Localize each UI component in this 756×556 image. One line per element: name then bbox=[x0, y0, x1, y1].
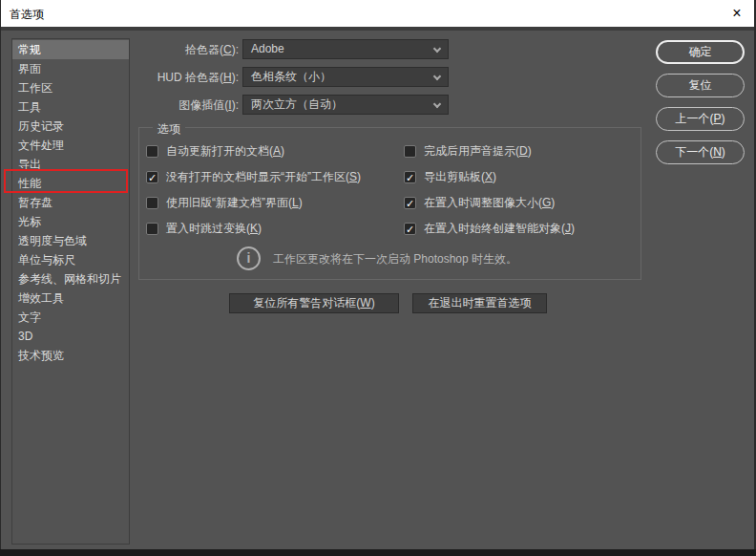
preferences-dialog: 首选项 × 常规 界面 工作区 工具 历史记录 文件处理 导出 性能 暂存盘 光… bbox=[0, 0, 756, 556]
title-bar: 首选项 × bbox=[0, 0, 756, 27]
option-legacy-new-document[interactable]: 使用旧版“新建文档”界面(L) bbox=[146, 195, 303, 210]
window-bottom-edge bbox=[0, 549, 756, 556]
option-always-create-smart-objects[interactable]: ✓ 在置入时始终创建智能对象(J) bbox=[404, 221, 575, 236]
color-picker-select[interactable]: Adobe bbox=[242, 39, 449, 59]
option-beep-when-done[interactable]: 完成后用声音提示(D) bbox=[404, 143, 532, 159]
options-group-title: 选项 bbox=[153, 121, 185, 138]
chevron-down-icon bbox=[433, 100, 441, 108]
option-label: 导出剪贴板(X) bbox=[424, 169, 496, 185]
option-label: 没有打开的文档时显示“开始”工作区(S) bbox=[166, 169, 361, 185]
option-show-start-workspace[interactable]: ✓ 没有打开的文档时显示“开始”工作区(S) bbox=[146, 169, 361, 184]
sidebar-item-cursors[interactable]: 光标 bbox=[12, 212, 129, 231]
sidebar-item-transparency-gamut[interactable]: 透明度与色域 bbox=[12, 231, 129, 250]
window-left-edge bbox=[0, 0, 1, 556]
image-interpolation-select[interactable]: 两次立方（自动） bbox=[242, 95, 449, 115]
dialog-title: 首选项 bbox=[10, 7, 44, 23]
category-list: 常规 界面 工作区 工具 历史记录 文件处理 导出 性能 暂存盘 光标 透明度与… bbox=[11, 38, 130, 545]
option-resize-image-during-place[interactable]: ✓ 在置入时调整图像大小(G) bbox=[404, 195, 555, 210]
hud-color-picker-value: 色相条纹（小） bbox=[251, 70, 331, 83]
checkbox-icon[interactable]: ✓ bbox=[146, 171, 158, 183]
sidebar-item-guides-grid-slices[interactable]: 参考线、网格和切片 bbox=[12, 269, 129, 289]
reset-preferences-on-quit-button[interactable]: 在退出时重置首选项 bbox=[412, 293, 547, 313]
sidebar-item-3d[interactable]: 3D bbox=[12, 327, 129, 346]
option-skip-transform-when-placing[interactable]: 置入时跳过变换(K) bbox=[146, 221, 262, 236]
sidebar-item-scratch-disks[interactable]: 暂存盘 bbox=[12, 193, 129, 212]
chevron-down-icon bbox=[433, 73, 441, 80]
titlebar-divider bbox=[0, 27, 756, 31]
chevron-down-icon bbox=[433, 45, 441, 53]
reset-all-warning-dialogs-button[interactable]: 复位所有警告对话框(W) bbox=[229, 293, 399, 313]
sidebar-item-plugins[interactable]: 增效工具 bbox=[12, 289, 129, 308]
checkbox-icon[interactable]: ✓ bbox=[404, 223, 416, 235]
hud-color-picker-select[interactable]: 色相条纹（小） bbox=[242, 67, 449, 87]
annotation-box-performance bbox=[4, 169, 128, 193]
sidebar-item-general[interactable]: 常规 bbox=[12, 40, 129, 59]
workspace-restart-note: 工作区更改将在下一次启动 Photoshop 时生效。 bbox=[273, 251, 517, 267]
checkbox-icon[interactable] bbox=[146, 223, 158, 235]
checkbox-icon[interactable] bbox=[146, 145, 158, 158]
checkbox-icon[interactable] bbox=[404, 145, 416, 158]
option-label: 置入时跳过变换(K) bbox=[166, 221, 262, 237]
color-picker-label: 拾色器(C): bbox=[134, 43, 239, 56]
option-label: 在置入时调整图像大小(G) bbox=[424, 195, 555, 211]
previous-button[interactable]: 上一个(P) bbox=[656, 107, 745, 131]
option-label: 自动更新打开的文档(A) bbox=[166, 143, 284, 160]
close-icon[interactable]: × bbox=[725, 3, 748, 24]
option-label: 完成后用声音提示(D) bbox=[424, 143, 532, 160]
ok-button[interactable]: 确定 bbox=[656, 40, 745, 64]
info-icon: i bbox=[237, 246, 261, 270]
image-interpolation-label: 图像插值(I): bbox=[134, 98, 239, 112]
sidebar-item-units-rulers[interactable]: 单位与标尺 bbox=[12, 250, 129, 269]
option-label: 使用旧版“新建文档”界面(L) bbox=[166, 195, 303, 211]
checkbox-icon[interactable] bbox=[146, 197, 158, 209]
hud-color-picker-label: HUD 拾色器(H): bbox=[134, 71, 239, 84]
option-label: 在置入时始终创建智能对象(J) bbox=[424, 221, 575, 237]
next-button[interactable]: 下一个(N) bbox=[656, 140, 745, 164]
sidebar-item-file-handling[interactable]: 文件处理 bbox=[12, 136, 129, 155]
color-picker-value: Adobe bbox=[251, 42, 284, 55]
sidebar-item-interface[interactable]: 界面 bbox=[12, 59, 129, 78]
image-interpolation-value: 两次立方（自动） bbox=[251, 97, 343, 111]
sidebar-item-tools[interactable]: 工具 bbox=[12, 97, 129, 117]
sidebar-item-technology-previews[interactable]: 技术预览 bbox=[12, 346, 129, 365]
sidebar-item-workspace[interactable]: 工作区 bbox=[12, 78, 129, 97]
checkbox-icon[interactable]: ✓ bbox=[404, 197, 416, 209]
option-auto-update-open-documents[interactable]: 自动更新打开的文档(A) bbox=[146, 143, 284, 159]
reset-button[interactable]: 复位 bbox=[656, 74, 745, 97]
checkbox-icon[interactable]: ✓ bbox=[404, 171, 416, 183]
sidebar-item-history-log[interactable]: 历史记录 bbox=[12, 117, 129, 136]
option-export-clipboard[interactable]: ✓ 导出剪贴板(X) bbox=[404, 169, 496, 184]
sidebar-item-type[interactable]: 文字 bbox=[12, 308, 129, 327]
